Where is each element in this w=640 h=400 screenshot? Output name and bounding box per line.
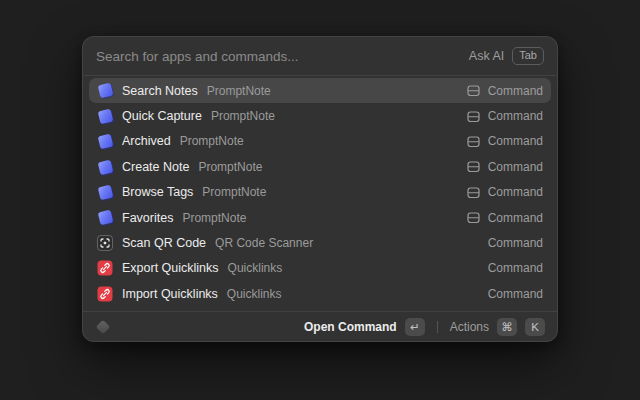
- command-type-label: Command: [488, 185, 543, 199]
- hotkey-icon: [466, 185, 481, 200]
- command-app-name: PromptNote: [202, 185, 266, 199]
- tab-key-hint: Tab: [512, 47, 544, 65]
- raycast-logo-icon: [95, 319, 110, 334]
- command-title: Archived: [122, 134, 171, 148]
- desktop-background: { "search": { "placeholder": "Search for…: [0, 0, 640, 400]
- cmd-key-icon: ⌘: [497, 318, 517, 336]
- command-row[interactable]: FavoritesPromptNoteCommand: [89, 205, 551, 230]
- promptnote-icon: [97, 83, 112, 98]
- command-type-label: Command: [488, 160, 543, 174]
- command-row[interactable]: Quick CapturePromptNoteCommand: [89, 103, 551, 128]
- command-type-label: Command: [488, 211, 543, 225]
- command-row[interactable]: Create NotePromptNoteCommand: [89, 154, 551, 179]
- quicklinks-icon: [97, 286, 113, 302]
- command-app-name: PromptNote: [211, 109, 275, 123]
- command-app-name: PromptNote: [198, 160, 262, 174]
- command-title: Create Note: [122, 160, 189, 174]
- qr-scanner-icon: [97, 235, 113, 251]
- ask-ai-button[interactable]: Ask AI Tab: [469, 47, 544, 65]
- command-type-label: Command: [488, 236, 543, 250]
- command-list: Search NotesPromptNoteCommandQuick Captu…: [83, 76, 557, 311]
- command-type-label: Command: [488, 109, 543, 123]
- search-bar: Ask AI Tab: [83, 37, 557, 75]
- command-title: Scan QR Code: [122, 236, 206, 250]
- command-title: Favorites: [122, 211, 173, 225]
- open-command-button[interactable]: Open Command ↵: [304, 318, 425, 336]
- command-row[interactable]: Scan QR CodeQR Code ScannerCommand: [89, 230, 551, 255]
- return-key-icon: ↵: [405, 318, 425, 336]
- hotkey-icon: [466, 134, 481, 149]
- command-app-name: PromptNote: [207, 84, 271, 98]
- promptnote-icon: [97, 210, 112, 225]
- command-title: Quick Capture: [122, 109, 202, 123]
- command-app-name: QR Code Scanner: [215, 236, 313, 250]
- command-palette-window: Ask AI Tab Search NotesPromptNoteCommand…: [82, 36, 558, 342]
- command-title: Export Quicklinks: [122, 261, 219, 275]
- command-type-label: Command: [488, 134, 543, 148]
- ask-ai-label: Ask AI: [469, 49, 504, 63]
- promptnote-icon: [97, 185, 112, 200]
- command-row[interactable]: Browse TagsPromptNoteCommand: [89, 180, 551, 205]
- command-row[interactable]: Search NotesPromptNoteCommand: [89, 78, 551, 103]
- hotkey-icon: [466, 83, 481, 98]
- actions-button[interactable]: Actions ⌘ K: [450, 318, 545, 336]
- command-app-name: Quicklinks: [228, 261, 283, 275]
- command-row[interactable]: Import QuicklinksQuicklinksCommand: [89, 281, 551, 306]
- hotkey-icon: [466, 159, 481, 174]
- quicklinks-icon: [97, 260, 113, 276]
- search-input[interactable]: [96, 49, 461, 64]
- command-type-label: Command: [488, 287, 543, 301]
- command-title: Search Notes: [122, 84, 198, 98]
- command-app-name: PromptNote: [182, 211, 246, 225]
- command-row[interactable]: ArchivedPromptNoteCommand: [89, 129, 551, 154]
- actions-label: Actions: [450, 320, 489, 334]
- command-title: Import Quicklinks: [122, 287, 218, 301]
- footer-bar: Open Command ↵ Actions ⌘ K: [83, 312, 557, 341]
- k-key-icon: K: [525, 318, 545, 336]
- command-type-label: Command: [488, 261, 543, 275]
- promptnote-icon: [97, 159, 112, 174]
- promptnote-icon: [97, 134, 112, 149]
- command-row[interactable]: Export QuicklinksQuicklinksCommand: [89, 256, 551, 281]
- command-app-name: PromptNote: [180, 134, 244, 148]
- footer-separator: [437, 321, 438, 333]
- hotkey-icon: [466, 210, 481, 225]
- command-type-label: Command: [488, 84, 543, 98]
- command-title: Browse Tags: [122, 185, 193, 199]
- promptnote-icon: [97, 109, 112, 124]
- command-app-name: Quicklinks: [227, 287, 282, 301]
- open-command-label: Open Command: [304, 320, 397, 334]
- hotkey-icon: [466, 109, 481, 124]
